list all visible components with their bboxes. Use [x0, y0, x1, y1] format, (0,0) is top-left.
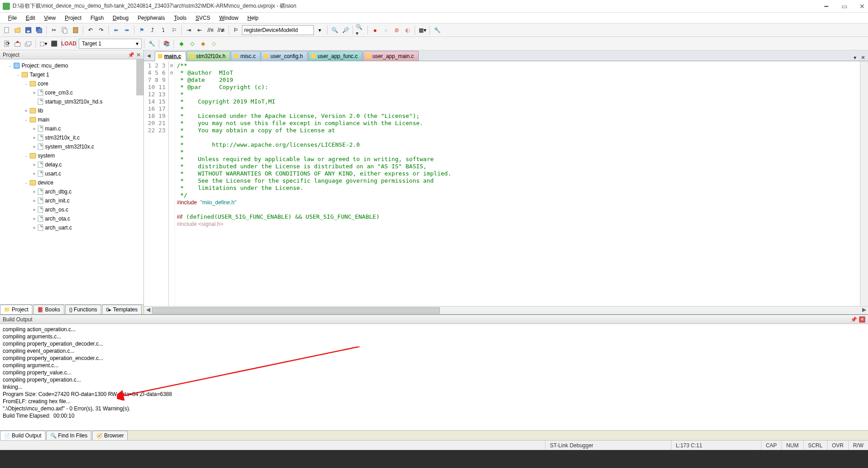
manage-books-icon[interactable]: 📚 [161, 39, 171, 49]
breakpoint-disable-icon[interactable]: ○ [381, 25, 391, 35]
pack-installer-icon[interactable]: ◆ [198, 39, 208, 49]
tree-item[interactable]: -Project: mcu_demo [1, 61, 143, 70]
bookmark-prev-icon[interactable]: ⤴ [148, 25, 157, 35]
save-icon[interactable] [23, 25, 33, 35]
undo-icon[interactable]: ↶ [85, 25, 95, 35]
fold-column[interactable]: ⊟ ⊟ [169, 61, 175, 306]
tree-item[interactable]: +core_cm3.c [1, 88, 143, 97]
tree-scrollbar[interactable] [136, 59, 143, 95]
bookmark-next-icon[interactable]: ⤵ [158, 25, 168, 35]
find-in-files-icon[interactable]: 🔍 [330, 25, 340, 35]
bookmark-icon[interactable]: ⚑ [137, 25, 147, 35]
windows-taskbar[interactable] [0, 450, 868, 468]
menu-project[interactable]: Project [60, 14, 86, 22]
menu-window[interactable]: Window [215, 14, 243, 22]
maximize-button[interactable]: ▭ [841, 3, 847, 9]
translate-icon[interactable]: ⟳ [2, 39, 12, 49]
editor-tab[interactable]: user_app_main.c [363, 51, 419, 61]
tree-item[interactable]: +arch_ota.c [1, 214, 143, 223]
tree-item[interactable]: +arch_dbg.c [1, 187, 143, 196]
tabs-close-icon[interactable]: ✕ [860, 54, 866, 61]
tree-item[interactable]: startup_stm32f10x_hd.s [1, 97, 143, 106]
menu-peripherals[interactable]: Peripherals [133, 14, 170, 22]
editor-hscrollbar[interactable]: ◀ ▶ [144, 306, 868, 314]
tree-item[interactable]: -Target 1 [1, 70, 143, 79]
new-file-icon[interactable] [2, 25, 12, 35]
select-packs-icon[interactable]: ◇ [187, 39, 197, 49]
code-text[interactable]: /** * @author MIoT * @date 2019 * @par C… [175, 61, 860, 306]
stop-build-icon[interactable]: ⬛ [49, 39, 59, 49]
tab-books[interactable]: 📕 Books [33, 305, 64, 314]
hscroll-thumb[interactable] [152, 307, 440, 314]
minimize-button[interactable]: ━ [823, 3, 829, 9]
tree-item[interactable]: +delay.c [1, 160, 143, 169]
open-file-icon[interactable] [13, 25, 22, 35]
tree-item[interactable]: +arch_os.c [1, 205, 143, 214]
tab-templates[interactable]: 0▸ Templates [102, 305, 142, 314]
menu-debug[interactable]: Debug [108, 14, 133, 22]
bookmark-clear-icon[interactable]: ⚐ [169, 25, 179, 35]
paste-icon[interactable] [71, 25, 81, 35]
menu-view[interactable]: View [40, 14, 60, 22]
editor-tab[interactable]: main.c [155, 51, 186, 61]
tab-find-in-files[interactable]: 🔍 Find In Files [46, 431, 91, 440]
copy-icon[interactable] [60, 25, 70, 35]
incremental-find-icon[interactable]: 🔎 [340, 25, 350, 35]
download-icon[interactable]: LOAD [64, 39, 74, 49]
comment-icon[interactable]: //≡ [206, 25, 215, 35]
find-dropdown-icon[interactable]: ▾ [315, 25, 325, 35]
editor-tab[interactable]: user_config.h [261, 51, 308, 61]
target-selector[interactable]: Target 1 ▾ [79, 39, 142, 49]
tabs-nav-left-icon[interactable]: ◀ [146, 52, 152, 58]
tree-item[interactable]: -system [1, 151, 143, 160]
save-all-icon[interactable] [34, 25, 44, 35]
manage-rtE-icon[interactable]: ◇ [209, 39, 219, 49]
pin-icon[interactable]: 📌 [128, 52, 134, 58]
tree-item[interactable]: -main [1, 115, 143, 124]
tab-browser[interactable]: 🧭 Browser [92, 431, 128, 440]
tree-item[interactable]: +system_stm32f10x.c [1, 142, 143, 151]
outdent-icon[interactable]: ⇤ [195, 25, 205, 35]
close-pane-icon[interactable]: ✕ [136, 52, 141, 58]
tree-item[interactable]: +arch_uart.c [1, 223, 143, 232]
rebuild-icon[interactable] [23, 39, 33, 49]
menu-flash[interactable]: Flash [86, 14, 108, 22]
debug-session-icon[interactable]: 🔍▾ [355, 25, 365, 35]
tree-item[interactable]: -device [1, 178, 143, 187]
find-icon[interactable]: 🏳 [231, 25, 241, 35]
code-area[interactable]: 1 2 3 4 5 6 7 8 9 10 11 12 13 14 15 16 1… [144, 61, 868, 306]
tab-functions[interactable]: {} Functions [65, 305, 101, 314]
build-pin-icon[interactable]: 📌 [850, 316, 857, 323]
uncomment-icon[interactable]: //≢ [216, 25, 226, 35]
editor-tab[interactable]: misc.c [231, 51, 260, 61]
window-layout-icon[interactable]: ▦▾ [417, 25, 427, 35]
breakpoint-icon[interactable]: ● [370, 25, 380, 35]
breakpoint-kill-icon[interactable]: ⊘ [392, 25, 402, 35]
tree-item[interactable]: +lib [1, 106, 143, 115]
tree-item[interactable]: +main.c [1, 124, 143, 133]
configure-icon[interactable]: 🔧 [432, 25, 442, 35]
options-icon[interactable]: 🔧 [147, 39, 157, 49]
menu-svcs[interactable]: SVCS [191, 14, 215, 22]
menu-tools[interactable]: Tools [170, 14, 191, 22]
tree-item[interactable]: -core [1, 79, 143, 88]
breakpoint-enable-all-icon[interactable]: ◐ [403, 25, 412, 35]
nav-fwd-icon[interactable]: ➡ [122, 25, 132, 35]
editor-vscrollbar[interactable] [860, 61, 868, 306]
menu-file[interactable]: File [4, 14, 21, 22]
build-output-text[interactable]: compiling action_operation.c... compilin… [0, 324, 868, 430]
tab-project[interactable]: 📁 Project [0, 305, 32, 314]
find-input[interactable] [242, 25, 314, 35]
menu-help[interactable]: Help [243, 14, 263, 22]
indent-icon[interactable]: ⇥ [184, 25, 194, 35]
redo-icon[interactable]: ↷ [96, 25, 106, 35]
tree-item[interactable]: +usart.c [1, 169, 143, 178]
project-tree[interactable]: -Project: mcu_demo-Target 1-core+core_cm… [0, 59, 143, 304]
build-icon[interactable] [13, 39, 22, 49]
tabs-dropdown-icon[interactable]: ▾ [852, 54, 858, 61]
nav-back-icon[interactable]: ⬅ [111, 25, 121, 35]
manage-components-icon[interactable]: ◆ [176, 39, 186, 49]
build-close-icon[interactable]: ✕ [859, 316, 865, 323]
tab-build-output[interactable]: 📄 Build Output [0, 431, 45, 440]
close-button[interactable]: ✕ [859, 3, 865, 9]
